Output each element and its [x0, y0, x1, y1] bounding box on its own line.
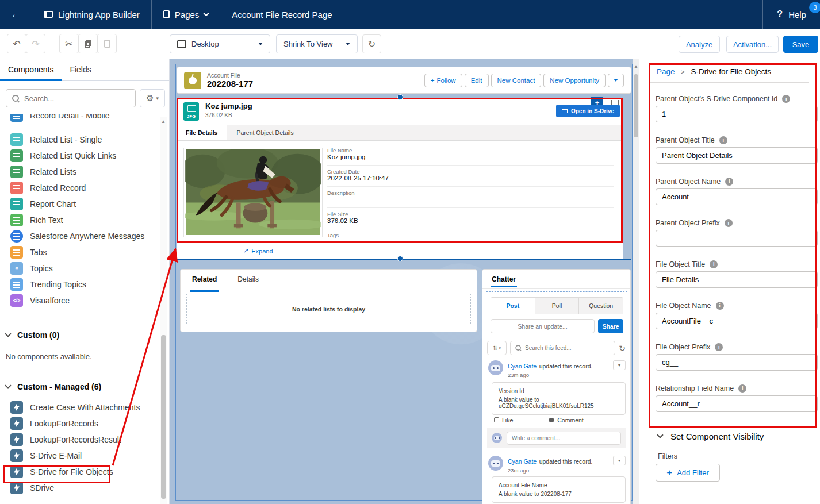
prop-relationship-field-name: Relationship Field Name — [656, 384, 818, 412]
new-opportunity-button[interactable]: New Opportunity — [543, 74, 606, 87]
feed-item-menu-button[interactable]: ▾ — [613, 456, 626, 465]
info-icon[interactable] — [738, 384, 746, 393]
component-item-salesforce-anywhere-messages[interactable]: Salesforce Anywhere Messages — [10, 228, 144, 244]
component-item-report-chart[interactable]: Report Chart — [10, 196, 76, 212]
new-contact-button[interactable]: New Contact — [491, 74, 542, 87]
feed-sort-button[interactable]: ⇅▾ — [487, 341, 507, 355]
edit-button[interactable]: Edit — [465, 74, 489, 87]
comment-button[interactable]: Comment — [549, 417, 584, 424]
view-mode-select[interactable]: Shrink To View — [276, 34, 358, 53]
feed-controls: ⇅▾ ↻ — [487, 341, 626, 355]
file-preview-image[interactable] — [183, 148, 323, 237]
canvas-scrollbar-thumb[interactable] — [634, 74, 638, 137]
info-icon[interactable] — [719, 136, 727, 144]
feed-search[interactable] — [510, 341, 615, 355]
refresh-button[interactable]: ↻ — [362, 34, 381, 53]
paste-button[interactable] — [97, 34, 117, 53]
prop-file-object-title: File Object Title — [656, 260, 818, 288]
component-item-related-record[interactable]: Related Record — [10, 180, 86, 196]
search-input[interactable] — [24, 94, 129, 103]
tab-parent-object-details[interactable]: Parent Object Details — [227, 125, 302, 140]
tabs-icon — [10, 246, 23, 259]
tab-related[interactable]: Related — [192, 275, 217, 288]
more-actions-button[interactable] — [608, 74, 624, 87]
component-item-lookupforrecordsresult[interactable]: LookupForRecordsResult — [10, 432, 121, 448]
info-icon[interactable] — [725, 219, 733, 227]
scroll-up-arrow-icon[interactable]: ▲ — [634, 64, 638, 69]
follow-button[interactable]: +Follow — [424, 74, 462, 87]
copy-button[interactable] — [78, 34, 98, 53]
component-item-visualforce[interactable]: Visualforce — [10, 293, 70, 309]
scroll-up-arrow-icon[interactable]: ▲ — [161, 119, 166, 124]
section-custom-managed[interactable]: Custom - Managed (6) — [6, 382, 101, 391]
info-icon[interactable] — [716, 302, 724, 310]
parent-object-title-input[interactable] — [656, 147, 818, 164]
related-record-icon — [10, 182, 23, 194]
file-object-title-input[interactable] — [656, 271, 818, 288]
parent-component-id-input[interactable] — [656, 106, 818, 122]
file-header: JPG Koz jump.jpg 376.02 KB + Open in S-D… — [177, 98, 623, 125]
tab-fields[interactable]: Fields — [62, 59, 99, 80]
component-item-tabs[interactable]: Tabs — [10, 244, 47, 260]
component-item-rich-text[interactable]: Rich Text — [10, 212, 63, 228]
info-icon[interactable] — [710, 260, 718, 268]
back-button[interactable]: ← — [0, 0, 32, 29]
chatter-card[interactable]: Chatter Post Poll Question Share ⇅▾ ↻ Cy… — [482, 269, 631, 504]
write-comment-input[interactable] — [507, 432, 621, 445]
feed-author-link[interactable]: Cyan Gate — [508, 363, 537, 370]
feed-item-menu-button[interactable]: ▾ — [613, 360, 626, 370]
component-item-sdrive-for-file-objects[interactable]: S-Drive for File Objects — [10, 464, 113, 480]
redo-button[interactable]: ↷ — [26, 34, 45, 53]
pages-menu[interactable]: Pages — [152, 0, 221, 29]
component-item-related-lists[interactable]: Related Lists — [10, 164, 76, 180]
component-item-trending-topics[interactable]: Trending Topics — [10, 276, 86, 293]
feed-search-input[interactable] — [525, 345, 611, 351]
component-item-sdrive[interactable]: SDrive — [10, 480, 54, 496]
file-object-prefix-input[interactable] — [656, 354, 818, 371]
component-item-record-detail-mobile[interactable]: Record Detail - Mobile — [10, 114, 110, 124]
save-button[interactable]: Save — [783, 36, 818, 53]
parent-object-name-input[interactable] — [656, 188, 818, 205]
section-custom[interactable]: Custom (0) — [6, 330, 59, 340]
related-lists-card[interactable]: Related Details No related lists to disp… — [180, 269, 477, 332]
info-icon[interactable] — [715, 343, 723, 351]
sidebar-scrollbar-thumb[interactable] — [161, 335, 166, 499]
share-button[interactable]: Share — [598, 319, 623, 333]
analyze-button[interactable]: Analyze — [679, 36, 720, 53]
cut-button[interactable]: ✂ — [59, 34, 79, 53]
feed-refresh-button[interactable]: ↻ — [619, 344, 626, 353]
tab-file-details[interactable]: File Details — [177, 125, 227, 140]
component-item-topics[interactable]: Topics — [10, 260, 53, 276]
component-item-related-list-single[interactable]: Related List - Single — [10, 132, 102, 148]
tab-question[interactable]: Question — [579, 298, 623, 314]
share-update-input[interactable] — [491, 319, 595, 333]
relationship-field-name-input[interactable] — [656, 395, 818, 412]
component-item-lookupforrecords[interactable]: LookupForRecords — [10, 415, 98, 432]
set-component-visibility-section[interactable]: Set Component Visibility — [658, 432, 764, 441]
like-button[interactable]: Like — [494, 417, 513, 424]
add-filter-button[interactable]: + Add Filter — [656, 464, 720, 482]
feed-author-link[interactable]: Cyan Gate — [508, 458, 537, 465]
expand-link[interactable]: ↗ Expand — [243, 247, 273, 255]
component-item-sdrive-email[interactable]: S-Drive E-Mail — [10, 448, 82, 464]
undo-button[interactable]: ↶ — [7, 34, 26, 53]
info-icon[interactable] — [725, 178, 733, 186]
comment-row — [487, 428, 626, 448]
settings-gear-button[interactable]: ⚙ ▾ — [140, 89, 165, 107]
tab-post[interactable]: Post — [491, 298, 535, 314]
parent-object-prefix-input[interactable] — [656, 230, 818, 247]
breadcrumb-page-link[interactable]: Page — [657, 67, 675, 76]
activation-button[interactable]: Activation... — [726, 36, 779, 53]
tab-components[interactable]: Components — [0, 59, 62, 80]
component-item-related-list-quick-links[interactable]: Related List Quick Links — [10, 148, 116, 164]
open-in-sdrive-button[interactable]: Open in S-Drive — [556, 105, 620, 117]
tab-chatter[interactable]: Chatter — [492, 275, 516, 283]
component-search[interactable] — [6, 89, 136, 107]
info-icon[interactable] — [782, 95, 790, 103]
file-object-name-input[interactable] — [656, 313, 818, 329]
component-item-create-case-with-attachments[interactable]: Create Case With Attachments — [10, 399, 140, 415]
device-select[interactable]: Desktop — [170, 34, 270, 53]
sdrive-file-component[interactable]: JPG Koz jump.jpg 376.02 KB + Open in S-D… — [177, 98, 623, 259]
tab-poll[interactable]: Poll — [535, 298, 580, 314]
tab-details[interactable]: Details — [237, 275, 259, 288]
